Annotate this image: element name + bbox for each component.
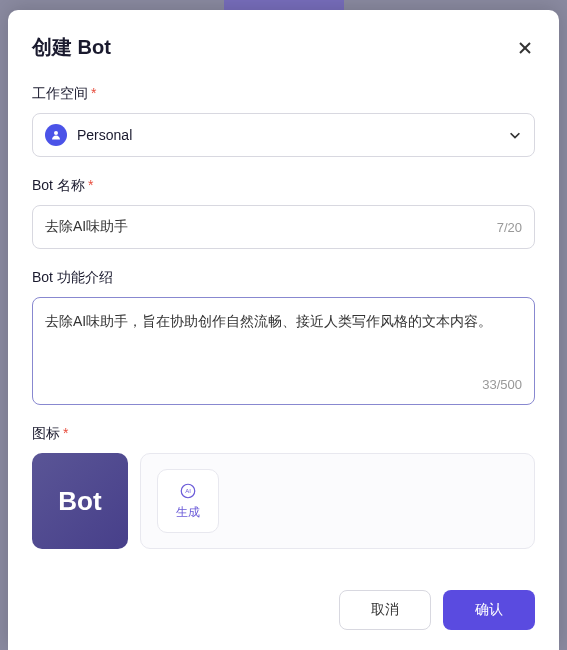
workspace-label: 工作空间* [32,85,535,103]
bot-icon-group: 图标* Bot AI 生成 [32,425,535,549]
workspace-group: 工作空间* Personal [32,85,535,157]
bot-name-group: Bot 名称* 7/20 [32,177,535,249]
modal-title: 创建 Bot [32,34,111,61]
person-icon [45,124,67,146]
svg-point-2 [54,131,58,135]
bot-name-input-wrap: 7/20 [32,205,535,249]
ai-icon: AI [179,482,197,500]
workspace-select[interactable]: Personal [32,113,535,157]
bot-desc-count: 33/500 [45,377,522,392]
close-button[interactable] [515,38,535,58]
workspace-label-text: 工作空间 [32,85,88,101]
bot-icon-preview[interactable]: Bot [32,453,128,549]
bot-desc-group: Bot 功能介绍 33/500 [32,269,535,405]
generate-icon-button[interactable]: AI 生成 [157,469,219,533]
bot-desc-box: 33/500 [32,297,535,405]
workspace-value: Personal [77,127,508,143]
modal-header: 创建 Bot [32,34,535,61]
bot-name-count: 7/20 [497,220,522,235]
confirm-button[interactable]: 确认 [443,590,535,630]
bot-desc-textarea[interactable] [45,310,522,366]
bot-desc-label: Bot 功能介绍 [32,269,535,287]
create-bot-modal: 创建 Bot 工作空间* Personal Bot 名称* [8,10,559,650]
required-mark: * [63,425,68,441]
bot-name-label: Bot 名称* [32,177,535,195]
modal-footer: 取消 确认 [32,574,535,630]
close-icon [517,40,533,56]
generate-label: 生成 [176,504,200,521]
icon-row: Bot AI 生成 [32,453,535,549]
bot-icon-label-text: 图标 [32,425,60,441]
cancel-button[interactable]: 取消 [339,590,431,630]
required-mark: * [91,85,96,101]
bot-name-input[interactable] [45,219,489,235]
icon-gen-panel: AI 生成 [140,453,535,549]
bot-icon-label: 图标* [32,425,535,443]
svg-text:AI: AI [185,488,191,494]
bot-name-label-text: Bot 名称 [32,177,85,193]
required-mark: * [88,177,93,193]
chevron-down-icon [508,128,522,142]
bot-icon-text: Bot [58,486,101,517]
